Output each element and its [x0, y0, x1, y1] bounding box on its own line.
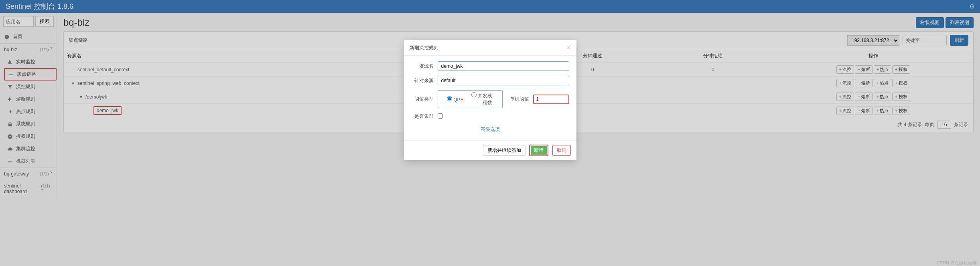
add-button[interactable]: 新增 [529, 145, 548, 156]
add-continue-button[interactable]: 新增并继续添加 [483, 145, 526, 156]
concurrency-radio-wrap[interactable]: 并发线程数 [470, 92, 492, 106]
advanced-options-link[interactable]: 高级选项 [411, 125, 569, 135]
qps-radio-wrap[interactable]: QPS [441, 96, 464, 103]
flow-rule-modal: 新增流控规则 × 资源名 针对来源 阈值类型 QPS 并发线程数 单机阈值 [404, 40, 576, 160]
threshold-input[interactable] [533, 95, 569, 104]
cluster-checkbox[interactable] [438, 113, 443, 119]
qps-radio[interactable] [447, 96, 452, 101]
label-resource: 资源名 [411, 63, 434, 70]
origin-input[interactable] [438, 76, 569, 85]
label-origin: 针对来源 [411, 77, 434, 84]
cancel-button[interactable]: 取消 [552, 145, 571, 156]
resource-input[interactable] [438, 61, 569, 71]
label-cluster: 是否集群 [411, 113, 434, 120]
concurrency-radio[interactable] [471, 92, 477, 97]
modal-overlay: 新增流控规则 × 资源名 针对来源 阈值类型 QPS 并发线程数 单机阈值 [0, 0, 980, 197]
label-type: 阈值类型 [411, 96, 434, 103]
modal-title: 新增流控规则 [410, 44, 438, 51]
close-icon[interactable]: × [567, 44, 570, 51]
label-single: 单机阈值 [507, 96, 529, 103]
